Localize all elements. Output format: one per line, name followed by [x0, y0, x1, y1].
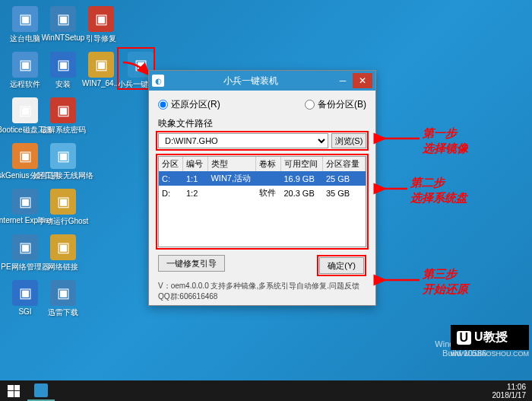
desktop-icon-5[interactable]: ▣WIN7_64... [84, 52, 119, 94]
app-icon: ▣ [50, 97, 76, 123]
icon-label: SGI [18, 307, 31, 316]
col-header[interactable]: 编号 [183, 157, 207, 171]
radio-backup[interactable]: 备份分区(B) [305, 98, 366, 111]
icon-label: 引导修复 [86, 33, 116, 44]
app-icon: ▣ [12, 234, 38, 260]
path-label: 映象文件路径 [158, 117, 366, 130]
col-header[interactable]: 分区容量 [323, 157, 366, 171]
col-header[interactable]: 可用空间 [280, 157, 323, 171]
radio-restore[interactable]: 还原分区(R) [158, 98, 220, 111]
icon-label: 这台电脑 [10, 33, 40, 44]
app-icon: ▣ [50, 143, 76, 169]
image-path-combo[interactable]: D:\WIN7.GHO [158, 133, 328, 148]
app-icon: ▣ [12, 143, 38, 169]
confirm-button[interactable]: 确定(Y) [319, 257, 364, 274]
app-icon: ▣ [88, 52, 114, 78]
col-header[interactable]: 分区 [159, 157, 183, 171]
desktop-icon-4[interactable]: ▣安装 [46, 52, 81, 94]
taskbar-app[interactable] [27, 380, 55, 401]
repair-boot-button[interactable]: 一键修复引导 [158, 255, 225, 272]
app-icon: ▣ [12, 97, 38, 123]
table-row[interactable]: C:1:1WIN7,活动16.9 GB25 GB [159, 171, 366, 186]
logo-badge: UU教授 WWW.UJIAOSHOU.COM [451, 325, 530, 358]
desktop-icon-0[interactable]: ▣这台电脑 [8, 6, 43, 49]
desktop-icon-2[interactable]: ▣引导修复 [84, 6, 119, 49]
annotation-step1: 第一步 选择镜像 [423, 126, 468, 155]
app-icon: ▣ [50, 6, 76, 32]
col-header[interactable]: 卷标 [256, 157, 280, 171]
app-icon: ▣ [50, 52, 76, 78]
annotation-step3: 第三步 开始还原 [423, 266, 468, 296]
icon-label: 破解系统密码 [40, 125, 86, 135]
icon-label: 网络链接 [48, 262, 78, 272]
start-button[interactable] [0, 380, 27, 401]
app-icon: ▣ [88, 6, 114, 32]
app-icon: ▣ [12, 52, 38, 78]
version-info: V：oem4.0.0.0 支持多种镜像,多系统引导自动修复.问题反馈QQ群:60… [158, 281, 366, 302]
system-tray[interactable]: 11:06 2018/1/17 [492, 383, 533, 399]
app-icon: ▣ [12, 280, 38, 306]
desktop-icon-14[interactable]: ▣网络链接 [46, 234, 81, 277]
icon-label: 迅雷下载 [48, 307, 78, 318]
app-icon: ▣ [12, 189, 38, 215]
arrow-step1 [378, 131, 421, 148]
desktop-icon-16[interactable]: ▣迅雷下载 [46, 280, 81, 323]
desktop: ▣这台电脑▣WinNTSetup▣引导修复▣远程软件▣安装▣WIN7_64...… [0, 0, 532, 380]
app-icon: ◐ [152, 75, 164, 87]
icon-label: 远程软件 [10, 79, 40, 90]
annotation-step2: 第二步 选择系统盘 [410, 175, 467, 205]
desktop-icon-12[interactable]: ▣手动运行Ghost [46, 189, 81, 231]
desktop-icon-8[interactable]: ▣破解系统密码 [46, 97, 81, 140]
icon-label: WinNTSetup [42, 33, 85, 42]
minimize-button[interactable]: ─ [333, 73, 353, 88]
arrow-step2 [378, 181, 409, 199]
icon-label: 如何连接无线网络 [33, 170, 93, 181]
desktop-icon-10[interactable]: ▣如何连接无线网络 [46, 143, 81, 186]
app-icon: ▣ [50, 234, 76, 260]
desktop-icon-13[interactable]: ▣PE网络管理器 [8, 234, 43, 277]
icon-label: 手动运行Ghost [38, 216, 89, 227]
arrow-step3 [378, 272, 421, 290]
desktop-icon-3[interactable]: ▣远程软件 [8, 52, 43, 94]
close-button[interactable]: ✕ [353, 73, 372, 88]
desktop-icon-7[interactable]: ▣Bootice磁盘工具 [8, 97, 43, 140]
icon-label: WIN7_64... [82, 79, 120, 88]
partition-table: 分区编号类型卷标可用空间分区容量 C:1:1WIN7,活动16.9 GB25 G… [158, 156, 366, 247]
app-icon: ▣ [12, 6, 38, 32]
app-icon: ▣ [50, 280, 76, 306]
desktop-icon-15[interactable]: ▣SGI [8, 280, 43, 323]
titlebar[interactable]: ◐ 小兵一键装机 ─ ✕ [149, 71, 375, 91]
icon-label: PE网络管理器 [1, 262, 49, 272]
browse-button[interactable]: 浏览(S) [331, 133, 366, 148]
window-title: 小兵一键装机 [169, 75, 333, 88]
app-icon: ▣ [50, 189, 76, 215]
taskbar: 11:06 2018/1/17 [0, 380, 532, 401]
desktop-icon-1[interactable]: ▣WinNTSetup [46, 6, 81, 49]
col-header[interactable]: 类型 [207, 157, 255, 171]
app-window: ◐ 小兵一键装机 ─ ✕ 还原分区(R) 备份分区(B) 映象文件路径 [148, 70, 376, 306]
icon-label: 安装 [55, 79, 71, 90]
table-row[interactable]: D:1:2软件20.3 GB35 GB [159, 186, 366, 200]
